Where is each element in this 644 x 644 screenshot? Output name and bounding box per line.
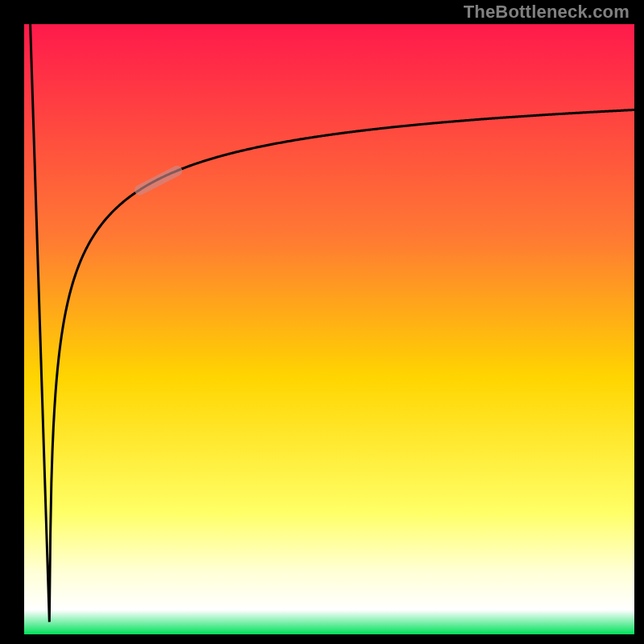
svg-rect-2	[0, 634, 644, 644]
chart-svg	[0, 0, 644, 644]
svg-rect-4	[634, 0, 644, 644]
plot-area	[24, 24, 634, 634]
svg-rect-3	[0, 0, 24, 644]
watermark-text: TheBottleneck.com	[464, 2, 630, 23]
chart-container: { "watermark": "TheBottleneck.com", "cha…	[0, 0, 644, 644]
